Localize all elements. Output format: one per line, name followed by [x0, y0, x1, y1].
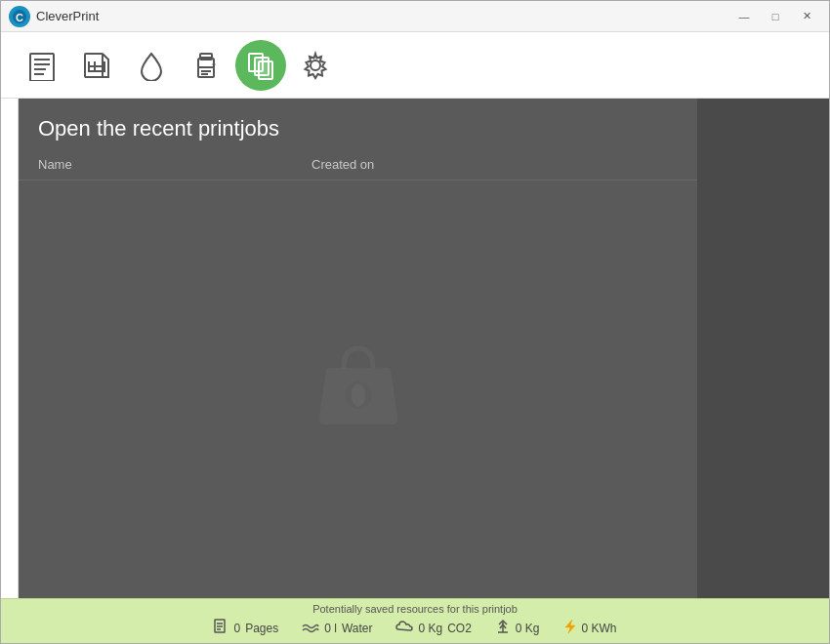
- svg-rect-18: [259, 61, 272, 79]
- open-file-button[interactable]: [71, 40, 122, 91]
- stat-energy: 0 KWh: [563, 619, 617, 637]
- app-title: CleverPrint: [36, 9, 729, 23]
- weight-value: 0 Kg: [516, 622, 540, 635]
- content-header: Open the recent printjobs: [19, 99, 697, 149]
- footer-title: Potentially saved resources for this pri…: [312, 603, 518, 615]
- footer: Potentially saved resources for this pri…: [1, 598, 829, 643]
- water-label: Water: [342, 622, 373, 635]
- minimize-button[interactable]: —: [729, 7, 759, 26]
- printer-icon: [190, 50, 222, 81]
- stat-pages: 0 Pages: [213, 619, 278, 637]
- svg-point-13: [213, 62, 216, 65]
- pages-value: 0: [233, 622, 240, 635]
- app-logo: C: [9, 6, 30, 27]
- printjobs-icon: [245, 50, 276, 81]
- pages-label: Pages: [245, 622, 278, 635]
- stat-weight: 0 Kg: [495, 619, 540, 637]
- settings-gear-icon: [300, 50, 331, 81]
- co2-label: CO2: [447, 622, 472, 635]
- stat-water: 0 l Water: [302, 619, 372, 637]
- settings-button[interactable]: [290, 40, 341, 91]
- ink-drop-icon: [136, 50, 167, 81]
- svg-marker-26: [565, 620, 575, 633]
- svg-text:C: C: [16, 11, 23, 22]
- co2-value: 0 Kg: [418, 622, 442, 635]
- ink-button[interactable]: [126, 40, 177, 91]
- close-button[interactable]: ✕: [792, 7, 821, 26]
- page-title: Open the recent printjobs: [38, 116, 279, 141]
- print-document-icon: [26, 50, 58, 81]
- lightning-icon: [563, 619, 577, 637]
- titlebar: C CleverPrint — □ ✕: [1, 1, 829, 32]
- footer-stats: 0 Pages 0 l Water: [213, 619, 616, 637]
- column-headers: Name Created on: [19, 149, 697, 181]
- right-panel: [697, 99, 829, 598]
- svg-point-19: [311, 60, 320, 70]
- window-controls: — □ ✕: [729, 7, 821, 26]
- left-panel: [1, 99, 19, 598]
- empty-state-icon: [314, 339, 402, 440]
- svg-rect-3: [30, 54, 54, 81]
- main-area: Open the recent printjobs Name Created o…: [1, 99, 829, 598]
- printjobs-list: [19, 181, 697, 598]
- open-file-icon: [81, 50, 112, 81]
- stat-co2: 0 Kg CO2: [395, 620, 471, 636]
- cloud-icon: [395, 620, 413, 636]
- pages-icon: [213, 619, 228, 637]
- column-created-on: Created on: [311, 157, 374, 172]
- printjobs-button[interactable]: [235, 40, 286, 91]
- printer-button[interactable]: [181, 40, 231, 91]
- content-panel: Open the recent printjobs Name Created o…: [19, 99, 697, 598]
- print-document-button[interactable]: [17, 40, 67, 91]
- maximize-button[interactable]: □: [761, 7, 790, 26]
- energy-value: 0 KWh: [582, 622, 617, 635]
- weight-icon: [495, 619, 511, 637]
- active-indicator: [235, 40, 286, 91]
- main-window: C CleverPrint — □ ✕: [0, 0, 830, 644]
- column-name: Name: [38, 157, 311, 172]
- water-value: 0 l: [324, 622, 337, 635]
- toolbar: [1, 32, 829, 99]
- water-wave-icon: [302, 619, 319, 637]
